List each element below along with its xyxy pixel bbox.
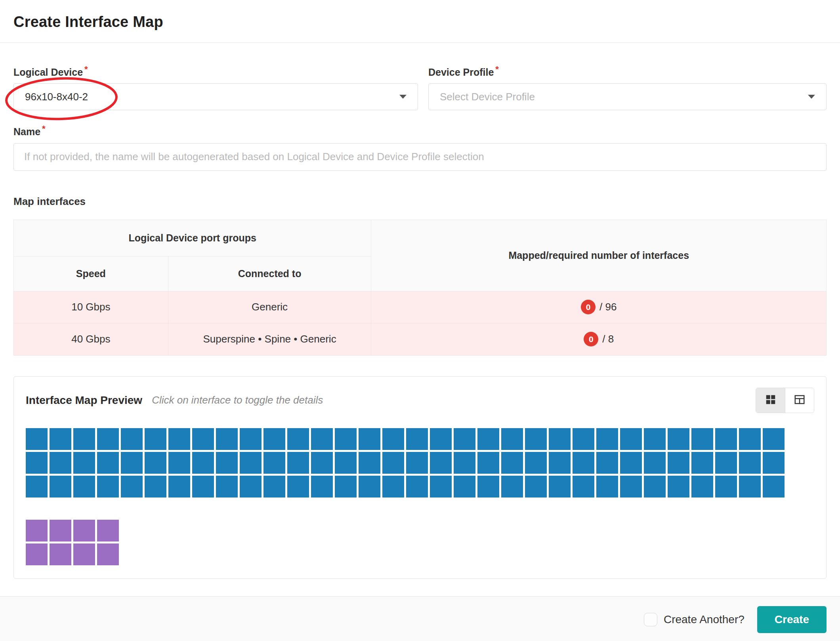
port-10gbps[interactable] (192, 452, 214, 474)
port-40gbps[interactable] (97, 520, 119, 542)
port-10gbps[interactable] (192, 428, 214, 450)
create-button[interactable]: Create (757, 606, 827, 633)
port-10gbps[interactable] (573, 428, 594, 450)
port-10gbps[interactable] (739, 428, 761, 450)
port-10gbps[interactable] (691, 428, 713, 450)
port-10gbps[interactable] (763, 452, 785, 474)
port-10gbps[interactable] (192, 476, 214, 497)
port-10gbps[interactable] (596, 428, 618, 450)
port-10gbps[interactable] (168, 476, 190, 497)
port-10gbps[interactable] (620, 476, 642, 497)
port-10gbps[interactable] (430, 428, 452, 450)
port-10gbps[interactable] (430, 452, 452, 474)
port-40gbps[interactable] (26, 520, 48, 542)
port-10gbps[interactable] (406, 428, 428, 450)
port-10gbps[interactable] (26, 452, 48, 474)
port-10gbps[interactable] (573, 452, 594, 474)
port-10gbps[interactable] (97, 452, 119, 474)
port-10gbps[interactable] (168, 452, 190, 474)
port-10gbps[interactable] (50, 476, 71, 497)
port-10gbps[interactable] (525, 452, 547, 474)
port-10gbps[interactable] (644, 428, 666, 450)
logical-device-select[interactable]: 96x10-8x40-2 (13, 83, 418, 110)
create-another-control[interactable]: Create Another? (644, 613, 745, 626)
port-10gbps[interactable] (145, 476, 166, 497)
port-10gbps[interactable] (73, 428, 95, 450)
port-10gbps[interactable] (477, 452, 499, 474)
table-view-button[interactable] (785, 388, 814, 413)
port-10gbps[interactable] (715, 452, 737, 474)
port-10gbps[interactable] (335, 452, 357, 474)
port-10gbps[interactable] (240, 476, 262, 497)
port-10gbps[interactable] (644, 452, 666, 474)
port-10gbps[interactable] (240, 452, 262, 474)
create-another-checkbox[interactable] (644, 613, 657, 626)
port-40gbps[interactable] (50, 543, 71, 565)
port-10gbps[interactable] (549, 452, 571, 474)
port-10gbps[interactable] (691, 476, 713, 497)
port-10gbps[interactable] (287, 428, 309, 450)
port-10gbps[interactable] (406, 452, 428, 474)
port-10gbps[interactable] (668, 452, 689, 474)
port-10gbps[interactable] (644, 476, 666, 497)
grid-view-button[interactable] (756, 388, 785, 413)
port-40gbps[interactable] (73, 520, 95, 542)
port-10gbps[interactable] (501, 476, 523, 497)
device-profile-select[interactable]: Select Device Profile (428, 83, 827, 110)
port-10gbps[interactable] (406, 476, 428, 497)
port-10gbps[interactable] (454, 428, 475, 450)
port-10gbps[interactable] (763, 476, 785, 497)
port-40gbps[interactable] (26, 543, 48, 565)
port-10gbps[interactable] (549, 476, 571, 497)
port-10gbps[interactable] (121, 452, 143, 474)
port-10gbps[interactable] (359, 476, 380, 497)
port-10gbps[interactable] (739, 452, 761, 474)
port-10gbps[interactable] (287, 452, 309, 474)
port-10gbps[interactable] (26, 428, 48, 450)
port-10gbps[interactable] (263, 428, 285, 450)
port-10gbps[interactable] (382, 428, 404, 450)
port-10gbps[interactable] (240, 428, 262, 450)
port-10gbps[interactable] (168, 428, 190, 450)
port-10gbps[interactable] (311, 476, 333, 497)
port-10gbps[interactable] (668, 428, 689, 450)
port-10gbps[interactable] (477, 476, 499, 497)
port-40gbps[interactable] (50, 520, 71, 542)
port-10gbps[interactable] (739, 476, 761, 497)
port-10gbps[interactable] (73, 476, 95, 497)
port-10gbps[interactable] (573, 476, 594, 497)
port-10gbps[interactable] (382, 476, 404, 497)
port-10gbps[interactable] (121, 428, 143, 450)
port-10gbps[interactable] (596, 452, 618, 474)
port-10gbps[interactable] (287, 476, 309, 497)
port-10gbps[interactable] (382, 452, 404, 474)
port-10gbps[interactable] (335, 428, 357, 450)
port-10gbps[interactable] (691, 452, 713, 474)
port-10gbps[interactable] (50, 452, 71, 474)
port-10gbps[interactable] (359, 428, 380, 450)
port-10gbps[interactable] (477, 428, 499, 450)
port-10gbps[interactable] (525, 476, 547, 497)
port-10gbps[interactable] (359, 452, 380, 474)
name-input[interactable] (13, 143, 827, 171)
port-10gbps[interactable] (454, 452, 475, 474)
port-40gbps[interactable] (97, 543, 119, 565)
port-10gbps[interactable] (620, 428, 642, 450)
port-10gbps[interactable] (335, 476, 357, 497)
port-10gbps[interactable] (311, 428, 333, 450)
port-10gbps[interactable] (73, 452, 95, 474)
port-10gbps[interactable] (216, 476, 238, 497)
port-10gbps[interactable] (430, 476, 452, 497)
port-10gbps[interactable] (454, 476, 475, 497)
port-10gbps[interactable] (525, 428, 547, 450)
port-10gbps[interactable] (145, 452, 166, 474)
port-10gbps[interactable] (263, 452, 285, 474)
port-10gbps[interactable] (263, 476, 285, 497)
port-10gbps[interactable] (501, 428, 523, 450)
port-10gbps[interactable] (715, 428, 737, 450)
port-10gbps[interactable] (668, 476, 689, 497)
port-10gbps[interactable] (216, 452, 238, 474)
port-10gbps[interactable] (715, 476, 737, 497)
port-10gbps[interactable] (763, 428, 785, 450)
port-10gbps[interactable] (216, 428, 238, 450)
